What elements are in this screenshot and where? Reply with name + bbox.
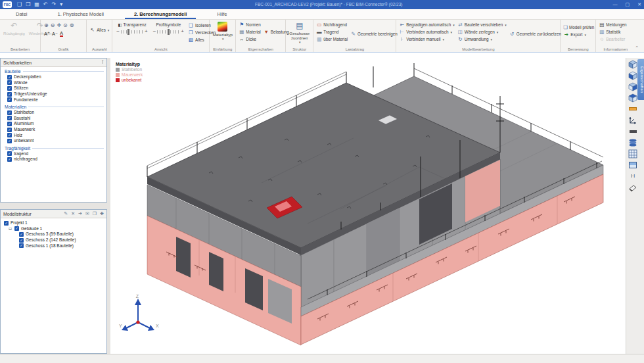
visibility-item-deckenplatten[interactable]: ✓Deckenplatten [1, 74, 106, 80]
geometrie-bereinigen-button[interactable]: ✎ Geometrie bereinigen [349, 30, 399, 37]
visibility-item-mauerwerk[interactable]: ✓Mauerwerk [1, 127, 106, 133]
visibility-item-aluminium[interactable]: ✓Aluminium [1, 121, 106, 127]
select-all-button[interactable]: ↖ Alles ▾ [88, 26, 110, 34]
checkbox-checked-icon[interactable]: ✓ [7, 80, 12, 85]
visibility-item-waende[interactable]: ✓Wände [1, 80, 106, 86]
visibility-item-stuetzen[interactable]: ✓Stützen [1, 85, 106, 91]
checkbox-checked-icon[interactable]: ✓ [19, 232, 24, 237]
model-3d-view[interactable] [110, 58, 626, 354]
normen-button[interactable]: ⚑ Normen [237, 21, 284, 28]
section-plane-icon[interactable] [628, 104, 638, 114]
visibility-item-fundamente[interactable]: ✓Fundamente [1, 97, 106, 103]
minimize-button[interactable]: — [613, 0, 618, 9]
geschosse-zuordnen-button[interactable]: ▤ Geschosse zuordnen ▾ [287, 21, 311, 45]
checkbox-checked-icon[interactable]: ✓ [19, 243, 24, 248]
umwandlung-button[interactable]: ↻ Umwandlung ▾ [456, 36, 508, 43]
minus-icon[interactable]: − [153, 30, 156, 34]
visibility-item-baustahl[interactable]: ✓Baustahl [1, 116, 106, 122]
tab-berechnungsmodell[interactable]: 2. Berechnungsmodell [125, 9, 196, 19]
undo-button[interactable]: ↶ Rückgängig [1, 21, 27, 36]
quickbar-more-icon[interactable]: ▾ [60, 0, 62, 9]
tab-physisches-modell[interactable]: 1. Physisches Modell [49, 9, 113, 19]
dimension-icon[interactable]: I·I [628, 171, 638, 181]
viewport-3d[interactable]: Materialtyp Stahlbeton Mauerwerk unbekan… [110, 58, 626, 354]
close-button[interactable]: ✕ [637, 0, 641, 9]
tab-datei[interactable]: Datei [7, 9, 37, 19]
checkbox-checked-icon[interactable]: ✓ [7, 133, 12, 137]
move-icon[interactable]: ✚ [100, 211, 104, 216]
checkbox-checked-icon[interactable]: ✓ [7, 157, 12, 162]
minus-icon[interactable]: − [116, 30, 120, 34]
open-file-icon[interactable]: ❒ [26, 0, 30, 9]
eraser-icon[interactable] [628, 182, 638, 192]
visibility-item-stahlbeton[interactable]: ✓Stahlbeton [1, 110, 106, 116]
font-color-icon[interactable]: A [60, 31, 63, 37]
nichttragend-button[interactable]: ▭ Nichttragend [315, 21, 349, 28]
redo-icon[interactable]: ↷ [52, 0, 57, 9]
checkbox-checked-icon[interactable]: ✓ [7, 97, 12, 102]
visibility-item-traeger[interactable]: ✓Träger/Unterzüge [1, 91, 106, 97]
bauteile-verschieben-button[interactable]: ⇄ Bauteile verschieben ▾ [456, 21, 508, 28]
new-file-icon[interactable]: ❑ [17, 0, 22, 9]
zoom-out-icon[interactable]: ⊖ [51, 22, 55, 28]
checkbox-checked-icon[interactable]: ✓ [7, 139, 12, 143]
visibility-item-tragend[interactable]: ✓tragend [1, 151, 106, 157]
zoom-window-icon[interactable]: ⊙ [63, 22, 68, 28]
ueber-material-button[interactable]: ▥ über Material [315, 36, 349, 43]
checkbox-checked-icon[interactable]: ✓ [7, 116, 12, 120]
bearbeiter-button[interactable]: ☺ Bearbeiter [597, 36, 633, 43]
tree-item-geschoss-1[interactable]: ✓ Geschoss 1 (18 Bauteile) [2, 243, 105, 249]
edit-icon[interactable]: ✎ [64, 211, 68, 216]
checkbox-checked-icon[interactable]: ✓ [7, 110, 12, 115]
save-icon[interactable]: ▦ [34, 0, 39, 9]
checkbox-checked-icon[interactable]: ✓ [7, 128, 12, 132]
view-cube-top-icon[interactable] [628, 59, 638, 69]
geometrie-zuruecksetzen-button[interactable]: ↺ Geometrie zurücksetzen [508, 30, 563, 37]
begradigen-automatisch-button[interactable]: ⇤ Begradigen automatisch ▾ [398, 21, 455, 28]
pan-icon[interactable]: ✛ [57, 22, 61, 28]
checkbox-checked-icon[interactable]: ✓ [7, 122, 12, 126]
assign-icon[interactable]: ➔ [78, 211, 82, 216]
checkbox-checked-icon[interactable]: ✓ [4, 221, 9, 226]
tree-item-gebaeude-1[interactable]: ⊟ ✓ Gebäude 1 [2, 226, 105, 232]
zoom-fit-icon[interactable]: ⊚ [70, 22, 74, 28]
copy-icon[interactable]: ❐ [93, 211, 97, 216]
visibility-item-holz[interactable]: ✓Holz [1, 132, 106, 138]
delete-icon[interactable]: ✕ [71, 211, 75, 216]
profile-symbols-track[interactable] [157, 30, 179, 34]
checkbox-checked-icon[interactable]: ✓ [7, 151, 12, 156]
visibility-item-unbekannt[interactable]: ✓unbekannt [1, 138, 106, 144]
waende-zerlegen-button[interactable]: ◫ Wände zerlegen ▾ [456, 28, 508, 36]
checkbox-checked-icon[interactable]: ✓ [7, 86, 12, 91]
zoom-in-icon[interactable]: ⊕ [44, 22, 49, 28]
checkbox-checked-icon[interactable]: ✓ [7, 92, 12, 97]
font-decrease-icon[interactable]: A⁻ [52, 31, 58, 37]
checkbox-checked-icon[interactable]: ✓ [14, 226, 19, 231]
materialtyp-button[interactable]: Materialtyp ▾ [211, 21, 234, 41]
verbinden-manuell-button[interactable]: ⊦ Verbinden manuell ▾ [398, 36, 455, 43]
axis-icon[interactable] [628, 115, 638, 125]
dicke-button[interactable]: ↔ Dicke [237, 36, 284, 43]
tragend-button[interactable]: ▬ Tragend [315, 28, 349, 36]
plus-icon[interactable]: + [145, 30, 148, 34]
tree-item-geschoss-3[interactable]: ✓ Geschoss 3 (59 Bauteile) [2, 231, 105, 237]
statistik-button[interactable]: ▥ Statistik [597, 28, 633, 36]
material-button[interactable]: ▦ Material [237, 28, 262, 36]
font-increase-icon[interactable]: A⁺ [44, 31, 50, 37]
tab-hilfe[interactable]: Hilfe [208, 9, 236, 19]
tree-item-projekt-1[interactable]: ✓ Projekt 1 [2, 220, 105, 226]
meldungen-button[interactable]: ▤ Meldungen [597, 21, 633, 28]
mail-icon[interactable]: ✉ [85, 211, 89, 216]
checkbox-checked-icon[interactable]: ✓ [19, 238, 24, 243]
collapse-ribbon-icon[interactable]: ⌃ [635, 45, 644, 52]
export-button[interactable]: ➔ Export ▾ [562, 31, 594, 38]
pin-icon[interactable]: ⊺ [101, 60, 104, 65]
plus-icon[interactable]: + [181, 30, 184, 34]
measure-icon[interactable] [628, 126, 638, 136]
grid-icon[interactable] [628, 149, 638, 158]
storey-stack-icon[interactable] [628, 137, 638, 147]
profile-symbols-slider[interactable]: Profilsymbole − + [150, 21, 187, 45]
view-cube-iso-icon[interactable] [628, 93, 638, 103]
app-logo[interactable]: FBC [3, 1, 12, 8]
transparency-track[interactable] [121, 30, 143, 34]
